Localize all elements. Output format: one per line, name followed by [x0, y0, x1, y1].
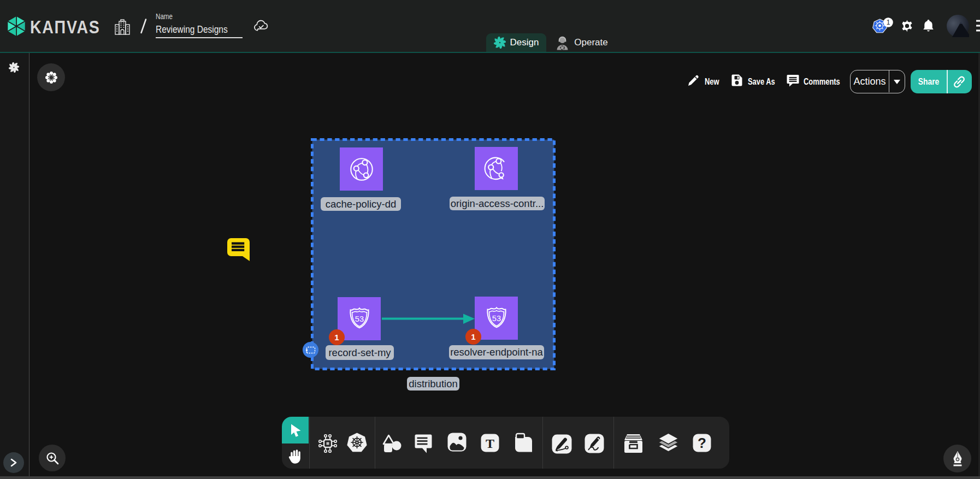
svg-text:1: 1 — [887, 19, 890, 26]
svg-text:T: T — [486, 436, 494, 451]
svg-text:?: ? — [698, 435, 706, 451]
svg-text:53: 53 — [355, 315, 363, 323]
svg-text:53: 53 — [492, 314, 500, 323]
